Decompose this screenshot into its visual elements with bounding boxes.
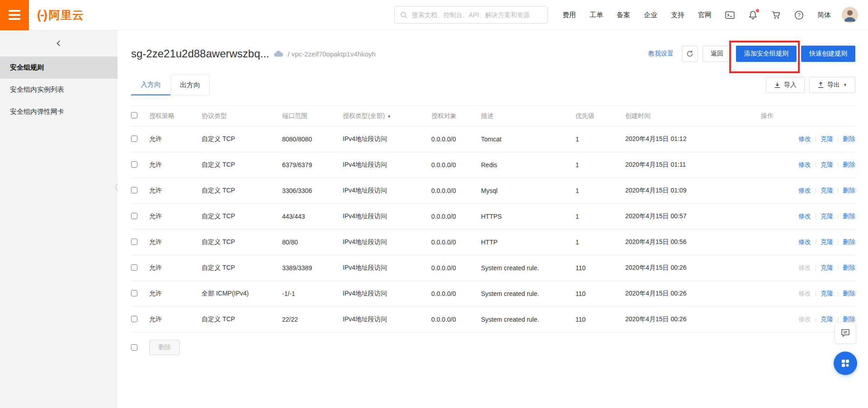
nav-official-site[interactable]: 官网 (698, 11, 712, 19)
nav-billing[interactable]: 费用 (562, 11, 576, 19)
page-title: sg-2ze21u2d88awerwszbq... (131, 47, 269, 60)
cart-icon[interactable] (771, 10, 781, 20)
global-search-box[interactable] (394, 6, 548, 23)
back-button[interactable]: 返回 (703, 46, 731, 62)
row-checkbox[interactable] (131, 213, 137, 219)
add-security-group-rule-button[interactable]: 添加安全组规则 (736, 46, 797, 62)
row-checkbox[interactable] (131, 161, 137, 168)
divider (816, 136, 816, 142)
policy-cell: 允许 (149, 204, 202, 230)
clone-link[interactable]: 克隆 (821, 187, 833, 194)
nav-support[interactable]: 支持 (671, 11, 684, 19)
delete-link[interactable]: 删除 (843, 161, 855, 168)
port-cell: -1/-1 (282, 281, 343, 307)
refresh-button[interactable] (682, 46, 698, 62)
chevron-down-icon: ▼ (843, 83, 847, 87)
modify-link[interactable]: 修改 (798, 161, 811, 168)
sidebar-item-enis-in-group[interactable]: 安全组内弹性网卡 (0, 101, 118, 123)
clone-link[interactable]: 克隆 (821, 264, 833, 271)
delete-link[interactable]: 删除 (843, 264, 855, 271)
actions-cell: 修改克隆删除 (761, 152, 855, 178)
notification-badge-dot (756, 9, 759, 12)
panel-collapse-handle[interactable] (114, 182, 119, 194)
row-checkbox[interactable] (131, 187, 137, 193)
delete-link[interactable]: 删除 (843, 135, 855, 142)
created-cell: 2020年4月15日 00:26 (625, 281, 761, 307)
clone-link[interactable]: 克隆 (821, 315, 833, 323)
teach-me-link[interactable]: 教我设置 (648, 50, 674, 58)
import-download-icon (774, 82, 781, 89)
tab-outbound[interactable]: 出方向 (170, 75, 210, 95)
auth-object-cell: 0.0.0.0/0 (431, 152, 481, 178)
clone-link[interactable]: 克隆 (821, 290, 833, 297)
sidebar-item-security-group-rules[interactable]: 安全组规则 (0, 56, 118, 79)
sidebar-collapse-button[interactable] (0, 30, 118, 56)
modify-link[interactable]: 修改 (798, 212, 811, 220)
nav-enterprise[interactable]: 企业 (644, 11, 657, 19)
row-checkbox[interactable] (131, 316, 137, 322)
modify-link[interactable]: 修改 (798, 135, 811, 142)
priority-cell: 1 (576, 152, 625, 178)
search-input[interactable] (411, 11, 542, 19)
tabs-row: 入方向 出方向 导入 导出 ▼ (131, 75, 855, 95)
import-button[interactable]: 导入 (766, 77, 805, 93)
locale-switch[interactable]: 简体 (817, 11, 831, 19)
priority-cell: 1 (576, 204, 625, 230)
delete-link[interactable]: 删除 (843, 290, 855, 297)
priority-cell: 110 (576, 255, 625, 281)
header-actions: 操作 (761, 106, 855, 127)
sidebar-item-instances-in-group[interactable]: 安全组内实例列表 (0, 79, 118, 101)
help-icon[interactable]: ? (794, 10, 804, 20)
delete-link[interactable]: 删除 (843, 187, 855, 194)
toolbox-button[interactable] (834, 352, 857, 375)
protocol-cell: 全部 ICMP(IPv4) (202, 281, 282, 307)
modify-link[interactable]: 修改 (798, 238, 811, 245)
delete-link[interactable]: 删除 (843, 315, 855, 323)
auth-object-cell: 0.0.0.0/0 (431, 255, 481, 281)
security-rules-table: 授权策略 协议类型 端口范围 授权类型(全部)▼ 授权对象 描述 优先级 创建时… (131, 105, 855, 333)
row-checkbox[interactable] (131, 136, 137, 142)
modify-link[interactable]: 修改 (798, 187, 811, 194)
auth-type-cell: IPv4地址段访问 (343, 204, 431, 230)
hamburger-menu-button[interactable] (0, 0, 29, 30)
vpc-id-text: / vpc-2zeif70opaktp1v4hkoyh (288, 50, 376, 58)
logo-bracket-icon: (-) (37, 8, 47, 22)
delete-link[interactable]: 删除 (843, 212, 855, 220)
console-terminal-icon[interactable] (725, 10, 735, 20)
clone-link[interactable]: 克隆 (821, 238, 833, 245)
header-auth-type[interactable]: 授权类型(全部)▼ (343, 106, 431, 127)
policy-cell: 允许 (149, 307, 202, 333)
export-button[interactable]: 导出 ▼ (809, 77, 855, 93)
auth-object-cell: 0.0.0.0/0 (431, 178, 481, 204)
nav-tickets[interactable]: 工单 (590, 11, 603, 19)
auth-object-cell: 0.0.0.0/0 (431, 204, 481, 230)
policy-cell: 允许 (149, 178, 202, 204)
sidebar-item-label: 安全组内实例列表 (10, 85, 64, 94)
divider (816, 317, 816, 322)
priority-cell: 1 (576, 127, 625, 152)
tab-inbound[interactable]: 入方向 (131, 75, 170, 95)
user-avatar[interactable] (842, 7, 858, 23)
footer-select-all-checkbox[interactable] (131, 344, 137, 351)
feedback-button[interactable] (835, 322, 856, 344)
port-cell: 80/80 (282, 230, 343, 255)
table-row: 允许 全部 ICMP(IPv4) -1/-1 IPv4地址段访问 0.0.0.0… (131, 281, 855, 307)
row-checkbox[interactable] (131, 290, 137, 296)
select-all-checkbox[interactable] (131, 112, 137, 118)
table-row: 允许 自定义 TCP 3306/3306 IPv4地址段访问 0.0.0.0/0… (131, 178, 855, 204)
alibaba-cloud-logo[interactable]: (-) 阿里云 (37, 8, 84, 23)
divider (816, 291, 816, 296)
row-checkbox[interactable] (131, 239, 137, 245)
row-checkbox[interactable] (131, 264, 137, 271)
clone-link[interactable]: 克隆 (821, 212, 833, 220)
delete-link[interactable]: 删除 (843, 238, 855, 245)
chevron-left-icon (55, 39, 63, 47)
divider (816, 162, 816, 168)
divider (816, 214, 816, 219)
quick-create-rule-button[interactable]: 快速创建规则 (801, 46, 855, 62)
notifications-bell-icon[interactable] (748, 10, 758, 20)
clone-link[interactable]: 克隆 (821, 135, 833, 142)
batch-delete-button[interactable]: 删除 (149, 340, 180, 355)
nav-icp[interactable]: 备案 (617, 11, 630, 19)
clone-link[interactable]: 克隆 (821, 161, 833, 168)
